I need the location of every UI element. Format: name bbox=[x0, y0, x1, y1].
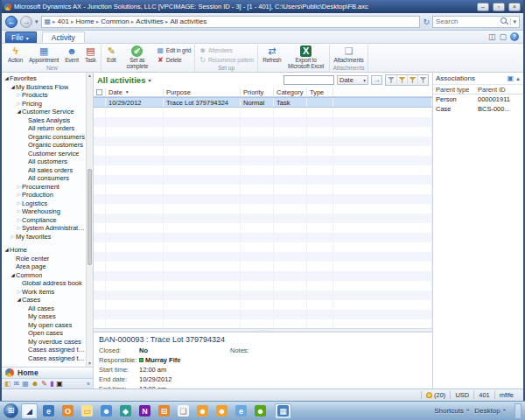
tree-item[interactable]: ◢ Favorites bbox=[2, 74, 86, 83]
tree-arrow-icon[interactable]: ◢ bbox=[16, 108, 22, 116]
apply-filter-button[interactable]: → bbox=[371, 75, 382, 85]
taskbar-dynamics-ax-icon[interactable]: ◢ bbox=[21, 403, 38, 419]
tree-item[interactable]: ▷ Logistics bbox=[2, 200, 86, 208]
filter-field-selector[interactable]: Date ▾ bbox=[337, 75, 368, 85]
tree-item[interactable]: ▷ Pricing bbox=[2, 100, 86, 108]
page-title-dropdown-icon[interactable]: ▾ bbox=[148, 77, 150, 83]
column-header-priority[interactable]: Priority bbox=[241, 88, 274, 96]
breadcrumb-label[interactable]: Activities bbox=[136, 18, 164, 25]
taskbar-people-orange-2-icon[interactable]: ☻ bbox=[214, 403, 230, 419]
tree-scrollbar[interactable]: ▲ ▼ bbox=[86, 73, 93, 367]
task-button[interactable]: ▤ Task bbox=[82, 45, 99, 64]
tree-arrow-icon[interactable]: ▷ bbox=[16, 191, 22, 200]
search-icon[interactable] bbox=[500, 18, 508, 25]
shortcuts-overflow-icon[interactable]: » bbox=[466, 407, 469, 412]
column-header-date[interactable]: Date ▼ bbox=[106, 88, 164, 96]
breadcrumb-segment[interactable]: ▸ All activities bbox=[165, 18, 206, 25]
column-header-parent-id[interactable]: Parent ID bbox=[475, 86, 523, 94]
edit-button[interactable]: ✎ Edit bbox=[103, 45, 120, 70]
filter-button[interactable] bbox=[386, 75, 396, 85]
grid-empty-row[interactable] bbox=[94, 300, 432, 310]
taskbar-internet-explorer-icon[interactable]: e bbox=[40, 403, 57, 419]
tree-arrow-icon[interactable]: ◢ bbox=[16, 296, 22, 304]
tree-item[interactable]: All cases bbox=[2, 304, 86, 313]
delete-button[interactable]: ✘ Delete bbox=[157, 56, 191, 64]
search-dropdown-icon[interactable]: ▾ bbox=[510, 18, 516, 25]
grid-empty-row[interactable] bbox=[94, 165, 432, 175]
grid-empty-row[interactable] bbox=[94, 136, 432, 146]
tree-arrow-icon[interactable]: ▷ bbox=[16, 207, 22, 216]
user-indicator[interactable]: mfife bbox=[494, 391, 518, 399]
column-header-parent-type[interactable]: Parent type bbox=[433, 86, 475, 94]
tree-item[interactable]: ▷ Production bbox=[2, 191, 86, 200]
grid-empty-row[interactable] bbox=[94, 262, 432, 271]
tree-arrow-icon[interactable]: ◢ bbox=[4, 246, 10, 255]
grid-empty-row[interactable] bbox=[94, 252, 432, 262]
breadcrumb[interactable]: ▦ ▸ 401 ▸ Home ▸ Common ▸ bbox=[41, 16, 421, 28]
column-header-type[interactable]: Type bbox=[307, 88, 333, 96]
tree-item[interactable]: ▷ Procurement bbox=[2, 183, 86, 192]
tree-item[interactable]: ◢ Customer Service bbox=[2, 108, 86, 116]
grid-empty-row[interactable] bbox=[94, 185, 432, 194]
notifications-item[interactable]: (20) bbox=[421, 391, 450, 399]
breadcrumb-segment[interactable]: ▸ Activities bbox=[131, 18, 164, 25]
nav-history-dropdown-icon[interactable]: ▾ bbox=[35, 18, 38, 25]
module-icon[interactable]: ▦ bbox=[22, 380, 29, 388]
tree-item[interactable]: Area page bbox=[2, 262, 86, 271]
tree-item[interactable]: All return orders bbox=[2, 124, 86, 133]
column-header-purpose[interactable]: Purpose bbox=[164, 88, 241, 96]
tree-item[interactable]: ◢ My Business Flow bbox=[2, 83, 86, 92]
tree-item[interactable]: All customers bbox=[2, 158, 86, 166]
appointment-button[interactable]: ▦ Appointment bbox=[26, 45, 61, 64]
taskbar-outlook-icon[interactable]: O bbox=[60, 403, 76, 419]
refresh-address-icon[interactable]: ↻ bbox=[423, 18, 430, 26]
collapse-panel-icon[interactable]: ▲ bbox=[515, 76, 521, 81]
grid-empty-row[interactable] bbox=[94, 146, 432, 156]
tree-item[interactable]: My open cases bbox=[2, 321, 86, 330]
attachments-button[interactable]: ❏ Attachments bbox=[332, 45, 367, 64]
grid-empty-row[interactable] bbox=[94, 281, 432, 290]
breadcrumb-segment[interactable]: ▸ Home bbox=[71, 18, 94, 25]
tree-item[interactable]: Cases assigned to my queue bbox=[2, 354, 86, 363]
taskbar-sql-launcher-icon[interactable]: ▦ bbox=[275, 403, 291, 419]
column-header-category[interactable]: Category bbox=[274, 88, 307, 96]
tree-item[interactable]: My overdue cases bbox=[2, 338, 86, 346]
attendees-button[interactable]: ☻ Attendees bbox=[199, 46, 254, 54]
start-button[interactable]: ⊞ bbox=[4, 403, 18, 418]
grid-empty-row[interactable] bbox=[94, 242, 432, 252]
taskbar-messenger-icon[interactable]: ☻ bbox=[98, 403, 115, 419]
filter-by-grid-button[interactable] bbox=[407, 75, 417, 85]
grid-empty-row[interactable] bbox=[94, 223, 432, 233]
select-all-checkbox[interactable] bbox=[94, 88, 106, 96]
page-title[interactable]: All activities bbox=[97, 75, 145, 85]
breadcrumb-segment[interactable]: ▸ Common bbox=[96, 18, 130, 25]
cell-date[interactable]: 10/29/2012 bbox=[106, 98, 164, 107]
tree-item[interactable]: ▷ Compliance bbox=[2, 216, 86, 225]
tree-arrow-icon[interactable]: ▷ bbox=[16, 183, 22, 192]
desktop-overflow-icon[interactable]: » bbox=[503, 407, 506, 412]
home-module-button[interactable]: Home bbox=[2, 367, 93, 378]
module-overflow-icon[interactable]: » bbox=[87, 381, 90, 387]
help-icon[interactable]: ? bbox=[510, 32, 519, 41]
module-icon[interactable]: ☻ bbox=[32, 380, 38, 388]
module-icon[interactable]: ✉ bbox=[14, 380, 20, 388]
module-icon[interactable]: ◧ bbox=[4, 380, 11, 388]
table-row-selected[interactable]: 10/29/2012 Trace Lot 379794324 Normal Ta… bbox=[94, 97, 432, 108]
breadcrumb-label[interactable]: 401 bbox=[58, 18, 69, 25]
module-icon[interactable]: ▮ bbox=[50, 380, 53, 388]
taskbar-communicator-icon[interactable]: ☻ bbox=[252, 403, 269, 419]
taskbar-onenote-icon[interactable]: N bbox=[136, 403, 153, 419]
tree-item[interactable]: Organic consumers bbox=[2, 133, 86, 142]
tree-arrow-icon[interactable]: ▷ bbox=[16, 100, 22, 108]
scroll-up-icon[interactable]: ▲ bbox=[88, 73, 92, 79]
restore-button[interactable]: ▫ bbox=[493, 3, 505, 11]
grid-empty-row[interactable] bbox=[94, 175, 432, 185]
grid-empty-row[interactable] bbox=[94, 156, 432, 165]
tree-item[interactable]: All sales orders bbox=[2, 166, 86, 175]
grid-empty-row[interactable] bbox=[94, 204, 432, 214]
tree-item[interactable]: ▷ My favorites bbox=[2, 233, 86, 242]
grid-empty-row[interactable] bbox=[94, 194, 432, 204]
tree-item[interactable]: All consumers bbox=[2, 174, 86, 183]
minimize-button[interactable]: – bbox=[477, 3, 489, 11]
tree-arrow-icon[interactable]: ▷ bbox=[16, 91, 22, 100]
